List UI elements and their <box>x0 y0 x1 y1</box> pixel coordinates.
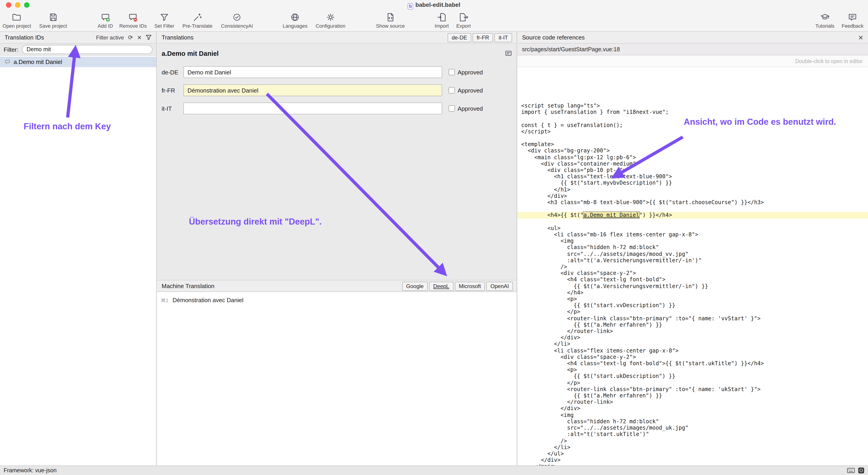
code-line[interactable]: /> <box>518 438 868 444</box>
code-line[interactable]: </ul> <box>518 450 868 457</box>
show-source-button[interactable]: Show source <box>376 12 405 29</box>
code-line[interactable]: <main class="lg:px-12 lg:pb-6"> <box>518 154 868 160</box>
code-line[interactable]: </main> <box>518 464 868 466</box>
code-line[interactable]: </li> <box>518 444 868 450</box>
translation-id-item-selected[interactable]: a.Demo mit Daniel <box>0 57 156 67</box>
engine-google-button[interactable]: Google <box>402 281 428 291</box>
code-line[interactable]: </div> <box>518 405 868 412</box>
code-line[interactable] <box>518 135 868 141</box>
code-line[interactable]: </div> <box>518 193 868 199</box>
code-line[interactable]: {{ $t("a.Mehr erfahren") }} <box>518 321 868 328</box>
tutorials-button[interactable]: Tutorials <box>815 12 834 29</box>
code-line[interactable]: <div class="space-y-2"> <box>518 354 868 360</box>
engine-openai-button[interactable]: OpenAI <box>487 281 513 291</box>
code-line[interactable]: :alt="t('start.ukTitle')" <box>518 431 868 438</box>
source-file-tab[interactable]: src/pages/start/GuestStartPage.vue:18 <box>518 43 868 55</box>
code-line[interactable]: {{ $t("a.Mehr erfahren") }} <box>518 393 868 399</box>
save-project-button[interactable]: Save project <box>39 12 67 29</box>
code-line[interactable]: <div class="bg-gray-200"> <box>518 148 868 154</box>
lang-toggle-it[interactable]: it-IT <box>495 33 512 42</box>
export-button[interactable]: Export <box>456 12 471 29</box>
engine-deepl-button[interactable]: DeepL <box>429 281 453 291</box>
notes-icon[interactable] <box>505 50 512 57</box>
code-line[interactable]: </h4> <box>518 290 868 296</box>
mt-suggestion-row[interactable]: ⌘1 Démonstration avec Daniel <box>157 292 517 304</box>
code-line[interactable]: </h1> <box>518 186 868 193</box>
code-line[interactable]: <p> <box>518 367 868 373</box>
highlighted-code-line[interactable]: <h4>{{ $t("a.Demo mit Daniel") }}</h4> <box>518 212 868 218</box>
engine-microsoft-button[interactable]: Microsoft <box>455 281 485 291</box>
code-line[interactable]: </router-link> <box>518 328 868 334</box>
code-line[interactable]: class="hidden h-72 md:block" <box>518 244 868 251</box>
code-line[interactable]: {{ $t("start.vvDescription") }} <box>518 302 868 308</box>
code-line[interactable]: :alt="t('a.Versicherungsvermittler/-in')… <box>518 257 868 264</box>
code-line[interactable] <box>518 205 868 212</box>
clear-filter-icon[interactable]: ✕ <box>137 35 142 40</box>
code-line[interactable]: <script setup lang="ts"> <box>518 103 868 109</box>
code-line[interactable]: {{ $t("start.myvbvDescription") }} <box>518 180 868 186</box>
code-line[interactable]: import { useTranslation } from "i18next-… <box>518 109 868 115</box>
translation-id-list: a.Demo mit Daniel <box>0 56 156 67</box>
code-line[interactable]: </li> <box>518 341 868 347</box>
import-button[interactable]: Import <box>435 12 449 29</box>
code-line[interactable]: {{ $t("a.Versicherungsvermittler/-in") }… <box>518 283 868 289</box>
code-line[interactable]: <router-link class="btn-primary" :to="{ … <box>518 386 868 393</box>
code-line[interactable]: <div class="pb-10 pt-4"> <box>518 167 868 173</box>
lang-toggle-de[interactable]: de-DE <box>447 33 471 42</box>
code-line[interactable]: src="../../assets/images/mood_uk.jpg" <box>518 425 868 431</box>
code-line[interactable]: <router-link class="btn-primary" :to="{ … <box>518 315 868 321</box>
translation-input-de[interactable] <box>183 66 442 78</box>
approved-checkbox-it[interactable] <box>448 105 455 112</box>
code-line[interactable]: src="../../assets/images/mood_vv.jpg" <box>518 251 868 257</box>
remove-ids-button[interactable]: Remove IDs <box>119 12 147 29</box>
feedback-button[interactable]: Feedback <box>842 12 864 29</box>
code-line[interactable]: <p> <box>518 296 868 302</box>
input-menu-icon[interactable] <box>858 467 864 474</box>
app-doc-icon: b <box>408 3 413 9</box>
code-line[interactable]: </script> <box>518 128 868 135</box>
code-line[interactable]: <h4 class="text-lg font-bold">{{ $t("sta… <box>518 360 868 367</box>
code-line[interactable]: </p> <box>518 309 868 315</box>
languages-button[interactable]: Languages <box>283 12 308 29</box>
approved-checkbox-fr[interactable] <box>448 87 455 94</box>
code-line[interactable]: /> <box>518 264 868 270</box>
code-line[interactable]: </div> <box>518 457 868 463</box>
code-line[interactable] <box>518 115 868 122</box>
code-line[interactable]: <img <box>518 412 868 418</box>
code-line[interactable]: <li class="mb-16 flex items-center gap-x… <box>518 231 868 238</box>
pre-translate-button[interactable]: Pre-Translate <box>183 12 213 29</box>
filter-input[interactable] <box>22 45 153 54</box>
code-line[interactable]: </p> <box>518 379 868 386</box>
code-line[interactable]: <h3 class="mb-8 text-blue-900">{{ $t("st… <box>518 199 868 205</box>
highlighted-translation-key[interactable]: a.Demo mit Daniel <box>584 212 640 218</box>
approved-checkbox-de[interactable] <box>448 69 455 75</box>
code-line[interactable]: class="hidden h-72 md:block" <box>518 418 868 425</box>
code-line[interactable]: <ul> <box>518 225 868 231</box>
code-line[interactable]: <h4 class="text-lg font-bold"> <box>518 276 868 283</box>
keyboard-icon[interactable] <box>847 468 855 473</box>
code-line[interactable]: const { t } = useTranslation(); <box>518 122 868 128</box>
code-line[interactable]: {{ $t("start.ukDescription") }} <box>518 373 868 379</box>
code-line[interactable]: <div class="container-medium"> <box>518 161 868 167</box>
code-line[interactable]: <template> <box>518 141 868 147</box>
code-line[interactable]: <img <box>518 238 868 244</box>
configuration-button[interactable]: Configuration <box>316 12 345 29</box>
filter-icon[interactable] <box>146 34 152 40</box>
mt-suggestion-text: Démonstration avec Daniel <box>173 297 243 304</box>
bubble-plus-icon <box>100 12 110 22</box>
code-line[interactable]: <li class="flex items-center gap-x-8"> <box>518 347 868 354</box>
set-filter-button[interactable]: Set Filter <box>154 12 174 29</box>
code-line[interactable] <box>518 218 868 225</box>
lang-toggle-fr[interactable]: fr-FR <box>473 33 493 42</box>
open-project-button[interactable]: Open project <box>2 12 31 29</box>
code-line[interactable]: <div class="space-y-2"> <box>518 270 868 276</box>
translation-input-it[interactable] <box>183 103 442 114</box>
consistency-ai-button[interactable]: ConsistencyAI <box>221 12 253 29</box>
code-line[interactable]: </div> <box>518 335 868 341</box>
code-line[interactable]: </router-link> <box>518 399 868 405</box>
translation-input-fr[interactable] <box>183 84 442 96</box>
code-line[interactable]: <h1 class="text-left text-blue-900"> <box>518 173 868 180</box>
refresh-icon[interactable]: ⟳ <box>128 34 133 40</box>
add-id-button[interactable]: Add ID <box>98 12 113 29</box>
close-icon[interactable]: ✕ <box>858 34 864 41</box>
